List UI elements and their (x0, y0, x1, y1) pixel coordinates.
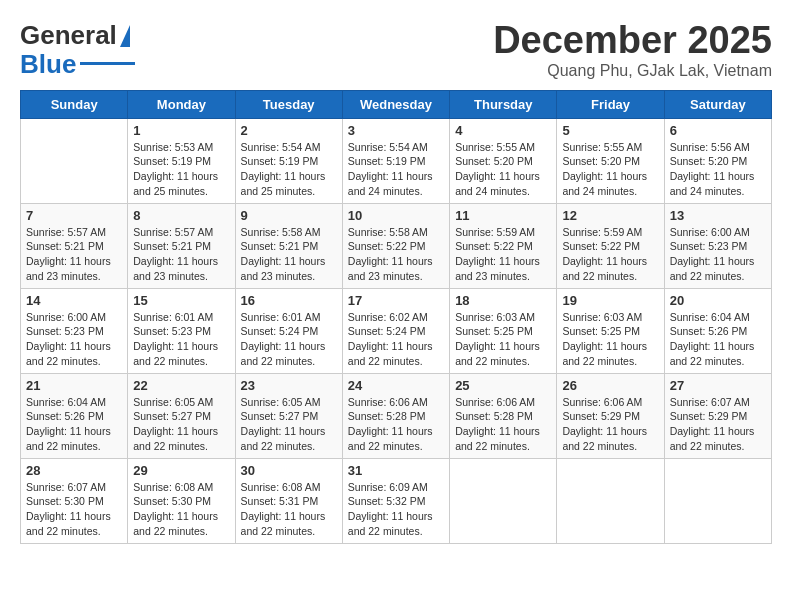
day-number: 18 (455, 293, 551, 308)
day-cell: 16Sunrise: 6:01 AM Sunset: 5:24 PM Dayli… (235, 288, 342, 373)
day-cell: 15Sunrise: 6:01 AM Sunset: 5:23 PM Dayli… (128, 288, 235, 373)
day-cell: 6Sunrise: 5:56 AM Sunset: 5:20 PM Daylig… (664, 118, 771, 203)
header-wednesday: Wednesday (342, 90, 449, 118)
logo-underline (80, 62, 135, 65)
week-row-2: 7Sunrise: 5:57 AM Sunset: 5:21 PM Daylig… (21, 203, 772, 288)
day-number: 9 (241, 208, 337, 223)
day-info: Sunrise: 6:03 AM Sunset: 5:25 PM Dayligh… (562, 310, 658, 369)
day-info: Sunrise: 6:06 AM Sunset: 5:28 PM Dayligh… (348, 395, 444, 454)
day-cell: 17Sunrise: 6:02 AM Sunset: 5:24 PM Dayli… (342, 288, 449, 373)
day-number: 5 (562, 123, 658, 138)
day-info: Sunrise: 5:55 AM Sunset: 5:20 PM Dayligh… (455, 140, 551, 199)
day-number: 31 (348, 463, 444, 478)
day-number: 28 (26, 463, 122, 478)
day-cell: 30Sunrise: 6:08 AM Sunset: 5:31 PM Dayli… (235, 458, 342, 543)
header-saturday: Saturday (664, 90, 771, 118)
day-cell: 24Sunrise: 6:06 AM Sunset: 5:28 PM Dayli… (342, 373, 449, 458)
header-tuesday: Tuesday (235, 90, 342, 118)
day-cell (557, 458, 664, 543)
month-title: December 2025 (493, 20, 772, 62)
day-info: Sunrise: 6:02 AM Sunset: 5:24 PM Dayligh… (348, 310, 444, 369)
day-number: 21 (26, 378, 122, 393)
day-cell: 23Sunrise: 6:05 AM Sunset: 5:27 PM Dayli… (235, 373, 342, 458)
day-number: 29 (133, 463, 229, 478)
location-subtitle: Quang Phu, GJak Lak, Vietnam (493, 62, 772, 80)
day-cell: 26Sunrise: 6:06 AM Sunset: 5:29 PM Dayli… (557, 373, 664, 458)
day-number: 11 (455, 208, 551, 223)
day-cell: 7Sunrise: 5:57 AM Sunset: 5:21 PM Daylig… (21, 203, 128, 288)
day-info: Sunrise: 5:59 AM Sunset: 5:22 PM Dayligh… (562, 225, 658, 284)
day-info: Sunrise: 6:05 AM Sunset: 5:27 PM Dayligh… (133, 395, 229, 454)
day-info: Sunrise: 6:09 AM Sunset: 5:32 PM Dayligh… (348, 480, 444, 539)
header-thursday: Thursday (450, 90, 557, 118)
day-number: 8 (133, 208, 229, 223)
day-info: Sunrise: 5:55 AM Sunset: 5:20 PM Dayligh… (562, 140, 658, 199)
day-number: 15 (133, 293, 229, 308)
day-cell: 13Sunrise: 6:00 AM Sunset: 5:23 PM Dayli… (664, 203, 771, 288)
day-info: Sunrise: 6:05 AM Sunset: 5:27 PM Dayligh… (241, 395, 337, 454)
day-info: Sunrise: 6:06 AM Sunset: 5:28 PM Dayligh… (455, 395, 551, 454)
header-friday: Friday (557, 90, 664, 118)
week-row-1: 1Sunrise: 5:53 AM Sunset: 5:19 PM Daylig… (21, 118, 772, 203)
day-info: Sunrise: 5:53 AM Sunset: 5:19 PM Dayligh… (133, 140, 229, 199)
day-cell: 4Sunrise: 5:55 AM Sunset: 5:20 PM Daylig… (450, 118, 557, 203)
day-cell: 18Sunrise: 6:03 AM Sunset: 5:25 PM Dayli… (450, 288, 557, 373)
day-cell: 25Sunrise: 6:06 AM Sunset: 5:28 PM Dayli… (450, 373, 557, 458)
header-monday: Monday (128, 90, 235, 118)
calendar-header-row: SundayMondayTuesdayWednesdayThursdayFrid… (21, 90, 772, 118)
day-number: 24 (348, 378, 444, 393)
week-row-5: 28Sunrise: 6:07 AM Sunset: 5:30 PM Dayli… (21, 458, 772, 543)
day-number: 3 (348, 123, 444, 138)
day-info: Sunrise: 6:04 AM Sunset: 5:26 PM Dayligh… (670, 310, 766, 369)
day-number: 27 (670, 378, 766, 393)
day-info: Sunrise: 6:08 AM Sunset: 5:31 PM Dayligh… (241, 480, 337, 539)
calendar-body: 1Sunrise: 5:53 AM Sunset: 5:19 PM Daylig… (21, 118, 772, 543)
day-cell: 12Sunrise: 5:59 AM Sunset: 5:22 PM Dayli… (557, 203, 664, 288)
day-info: Sunrise: 6:08 AM Sunset: 5:30 PM Dayligh… (133, 480, 229, 539)
day-number: 14 (26, 293, 122, 308)
day-cell: 19Sunrise: 6:03 AM Sunset: 5:25 PM Dayli… (557, 288, 664, 373)
day-cell: 3Sunrise: 5:54 AM Sunset: 5:19 PM Daylig… (342, 118, 449, 203)
day-number: 25 (455, 378, 551, 393)
logo-blue: Blue (20, 51, 76, 77)
day-cell (450, 458, 557, 543)
day-cell: 9Sunrise: 5:58 AM Sunset: 5:21 PM Daylig… (235, 203, 342, 288)
day-cell: 29Sunrise: 6:08 AM Sunset: 5:30 PM Dayli… (128, 458, 235, 543)
day-number: 10 (348, 208, 444, 223)
day-info: Sunrise: 6:06 AM Sunset: 5:29 PM Dayligh… (562, 395, 658, 454)
day-info: Sunrise: 6:00 AM Sunset: 5:23 PM Dayligh… (26, 310, 122, 369)
day-number: 19 (562, 293, 658, 308)
day-number: 12 (562, 208, 658, 223)
header-sunday: Sunday (21, 90, 128, 118)
day-info: Sunrise: 6:01 AM Sunset: 5:23 PM Dayligh… (133, 310, 229, 369)
day-cell: 10Sunrise: 5:58 AM Sunset: 5:22 PM Dayli… (342, 203, 449, 288)
day-info: Sunrise: 5:54 AM Sunset: 5:19 PM Dayligh… (348, 140, 444, 199)
day-cell: 28Sunrise: 6:07 AM Sunset: 5:30 PM Dayli… (21, 458, 128, 543)
day-info: Sunrise: 5:57 AM Sunset: 5:21 PM Dayligh… (26, 225, 122, 284)
day-number: 2 (241, 123, 337, 138)
day-info: Sunrise: 5:57 AM Sunset: 5:21 PM Dayligh… (133, 225, 229, 284)
week-row-3: 14Sunrise: 6:00 AM Sunset: 5:23 PM Dayli… (21, 288, 772, 373)
day-info: Sunrise: 5:56 AM Sunset: 5:20 PM Dayligh… (670, 140, 766, 199)
day-cell: 21Sunrise: 6:04 AM Sunset: 5:26 PM Dayli… (21, 373, 128, 458)
day-cell: 11Sunrise: 5:59 AM Sunset: 5:22 PM Dayli… (450, 203, 557, 288)
day-cell: 2Sunrise: 5:54 AM Sunset: 5:19 PM Daylig… (235, 118, 342, 203)
logo: General Blue (20, 20, 135, 77)
week-row-4: 21Sunrise: 6:04 AM Sunset: 5:26 PM Dayli… (21, 373, 772, 458)
day-number: 1 (133, 123, 229, 138)
day-number: 20 (670, 293, 766, 308)
day-cell: 27Sunrise: 6:07 AM Sunset: 5:29 PM Dayli… (664, 373, 771, 458)
day-number: 16 (241, 293, 337, 308)
day-info: Sunrise: 6:04 AM Sunset: 5:26 PM Dayligh… (26, 395, 122, 454)
day-number: 17 (348, 293, 444, 308)
day-info: Sunrise: 6:01 AM Sunset: 5:24 PM Dayligh… (241, 310, 337, 369)
day-number: 4 (455, 123, 551, 138)
day-cell: 20Sunrise: 6:04 AM Sunset: 5:26 PM Dayli… (664, 288, 771, 373)
day-number: 13 (670, 208, 766, 223)
day-info: Sunrise: 6:07 AM Sunset: 5:30 PM Dayligh… (26, 480, 122, 539)
day-number: 7 (26, 208, 122, 223)
page-header: General Blue December 2025 Quang Phu, GJ… (20, 20, 772, 80)
day-number: 22 (133, 378, 229, 393)
logo-general: General (20, 20, 117, 51)
day-info: Sunrise: 5:54 AM Sunset: 5:19 PM Dayligh… (241, 140, 337, 199)
